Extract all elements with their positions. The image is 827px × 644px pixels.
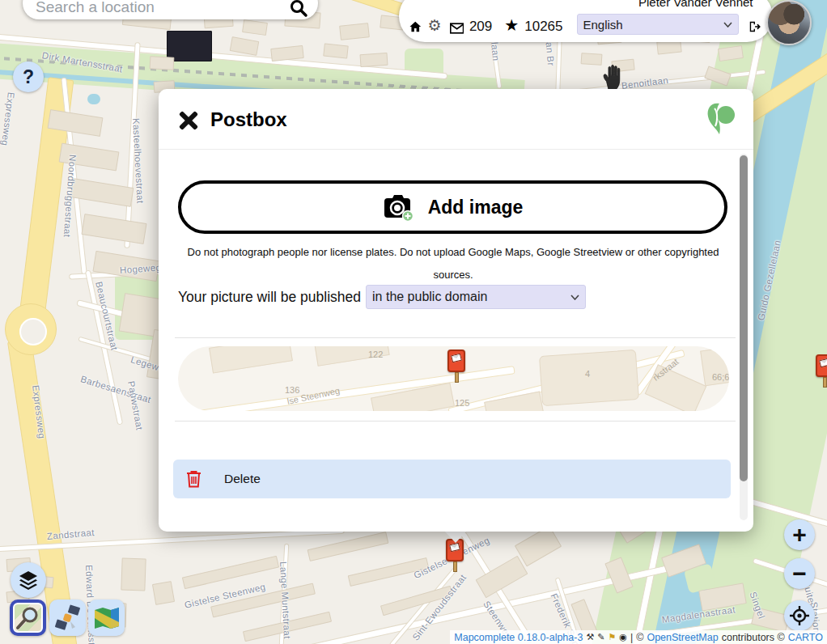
circle-arrow-icon: ◉ (619, 632, 627, 642)
version-link[interactable]: Mapcomplete 0.18.0-alpha-3 (454, 632, 583, 643)
help-button[interactable]: ? (13, 61, 44, 92)
crosshair-icon (789, 605, 810, 626)
popup-pointer (443, 530, 468, 543)
osm-link[interactable]: OpenStreetMap (647, 632, 718, 643)
street-label: Gistelse Steenweg (184, 582, 267, 610)
street-label: rkstraat (651, 357, 680, 383)
mapcomplete-app: Dirk MartensstraatNoordbruggestraatKaste… (0, 0, 827, 644)
feature-minimap[interactable]: 122136125466;6lse Steenwegrkstraat (178, 346, 729, 411)
trash-icon (186, 470, 201, 488)
license-select[interactable]: in the public domain (366, 285, 586, 309)
street-label: Lange Muntstraat (278, 561, 292, 639)
chevron-down-icon (723, 22, 732, 28)
street-label: 122 (368, 350, 383, 359)
scrollbar-track[interactable] (740, 154, 748, 520)
flag-icon: ⚑ (608, 632, 616, 642)
marker-pole (823, 377, 827, 388)
satellite-icon (54, 604, 82, 632)
marker-pole (453, 561, 457, 572)
street-label: Dirk Martensstraat (41, 50, 124, 74)
publish-text: Your picture will be published (178, 289, 361, 306)
hand-cursor (600, 63, 625, 91)
street-label: Noordbruggestraat (62, 155, 78, 238)
minus-glyph: − (792, 560, 807, 587)
street-label: 4 (585, 369, 590, 379)
delete-button[interactable]: Delete (173, 460, 731, 498)
street-label: Zandstraat (46, 527, 95, 541)
envelope-glyph (451, 354, 462, 363)
language-select[interactable]: English (577, 14, 740, 35)
street-label: 125 (455, 398, 469, 408)
street-label: Kasteelhoevestraat (131, 118, 146, 204)
layers-button[interactable] (11, 562, 46, 598)
theme-button-green-map[interactable] (88, 600, 125, 636)
search-bar (23, 0, 318, 19)
postbox-marker[interactable] (816, 354, 827, 377)
messages-count[interactable]: 209 (469, 19, 492, 35)
help-glyph: ? (23, 66, 34, 88)
close-icon[interactable] (176, 108, 201, 133)
section-divider (175, 337, 736, 338)
osm-map-thumbnail (15, 604, 41, 631)
attribution-bar: Mapcomplete 0.18.0-alpha-3 ⚒ ✎ ⚑ ◉ | © O… (450, 630, 827, 644)
street-label: Guido Gezellelaan (756, 239, 782, 322)
image-license-hint: Do not photograph people nor license pla… (183, 241, 723, 286)
street-label: Expressweg (0, 91, 16, 146)
pencil-icon: ✎ (597, 632, 604, 642)
add-image-button[interactable]: Add image (178, 180, 727, 234)
zoom-out-button[interactable]: − (784, 558, 815, 589)
star-icon: ★ (504, 15, 519, 35)
logout-icon[interactable] (748, 19, 761, 35)
folded-map-icon (93, 606, 121, 630)
dialog-title: Postbox (210, 108, 287, 131)
street-label: Expressweg (31, 384, 47, 439)
publish-row: Your picture will be published in the pu… (178, 285, 586, 309)
theme-button-osm-selected[interactable] (10, 600, 46, 636)
search-icon[interactable] (289, 0, 308, 18)
street-label: Hogeweg (120, 262, 162, 275)
street-label: 66;6 (712, 372, 729, 382)
street-label: Singel (748, 591, 766, 620)
avatar[interactable] (766, 0, 812, 45)
chevron-down-icon (570, 294, 579, 300)
camera-plus-icon (383, 193, 415, 222)
zoom-in-button[interactable]: + (784, 519, 815, 550)
separator: | (630, 632, 633, 643)
postbox-dialog: Postbox Add image Do not photograph peop… (159, 89, 753, 532)
home-icon[interactable] (409, 19, 422, 35)
geolocate-button[interactable] (784, 600, 815, 631)
contributors-text: contributors © (722, 632, 785, 643)
marker-pole (455, 372, 459, 383)
envelope-glyph (819, 358, 827, 368)
settings-gear-icon[interactable]: ⚙ (428, 16, 442, 35)
license-selected-value: in the public domain (372, 290, 487, 304)
messages-envelope-icon[interactable] (450, 22, 464, 35)
theme-button-satellite[interactable] (49, 600, 86, 636)
street-label: Beaucourtstraat (94, 281, 119, 352)
tools-icon: ⚒ (586, 632, 594, 642)
layers-icon (18, 570, 39, 591)
minimap-postbox-marker (447, 350, 465, 372)
language-selected-value: English (583, 18, 623, 32)
street-label: Barbesaenstraat (79, 374, 152, 405)
mapcomplete-logo-icon (703, 100, 737, 136)
header-divider (159, 149, 753, 150)
magnifier-icon (15, 604, 41, 631)
stars-count: 10265 (524, 19, 562, 35)
street-label: Magdalenastraat (661, 604, 736, 625)
search-input[interactable] (34, 0, 289, 18)
section-divider (175, 421, 736, 422)
delete-label: Delete (224, 472, 261, 486)
envelope-glyph (449, 543, 460, 553)
carto-link[interactable]: CARTO (788, 632, 823, 643)
copyright-glyph: © (636, 632, 643, 643)
street-label: Pauwstraat (126, 380, 145, 431)
plus-glyph: + (792, 521, 807, 549)
scrollbar-thumb[interactable] (740, 155, 748, 481)
username-label: Pieter Vander Vennet (638, 0, 753, 9)
add-image-label: Add image (428, 197, 524, 218)
